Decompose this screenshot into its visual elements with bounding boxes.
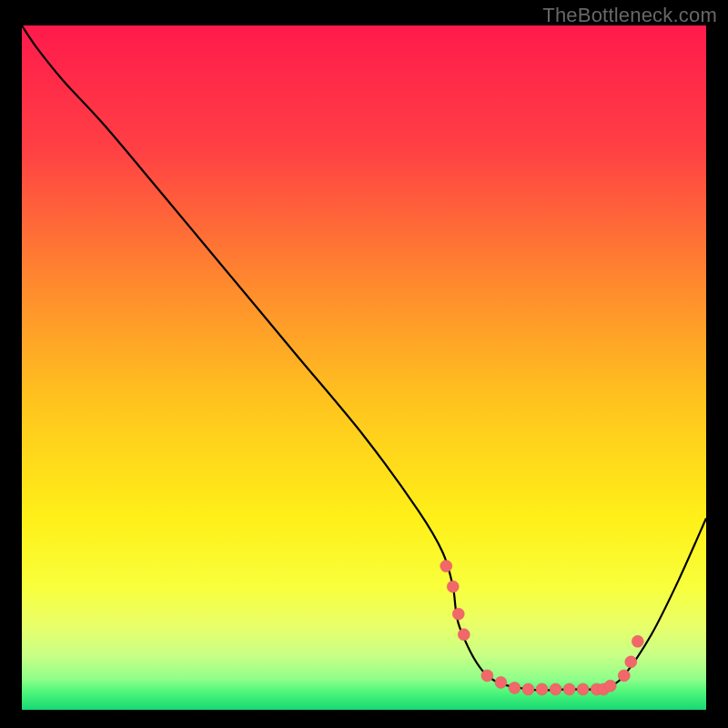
watermark-text: TheBottleneck.com — [542, 4, 717, 27]
data-marker — [458, 629, 470, 641]
data-marker — [522, 683, 534, 695]
data-marker — [481, 670, 493, 682]
data-marker — [509, 682, 521, 693]
data-marker — [625, 656, 637, 668]
chart-svg — [22, 25, 706, 710]
data-marker — [447, 581, 459, 592]
data-marker — [577, 683, 589, 695]
plot-area — [22, 25, 706, 710]
data-marker — [563, 683, 575, 695]
data-marker — [618, 670, 630, 682]
data-marker — [452, 608, 464, 620]
data-marker — [632, 635, 643, 647]
data-marker — [550, 683, 561, 695]
data-marker — [440, 561, 452, 572]
data-marker — [536, 683, 548, 695]
data-marker — [604, 680, 616, 692]
chart-frame: TheBottleneck.com — [0, 0, 728, 728]
data-marker — [495, 676, 507, 688]
gradient-background — [22, 25, 706, 710]
